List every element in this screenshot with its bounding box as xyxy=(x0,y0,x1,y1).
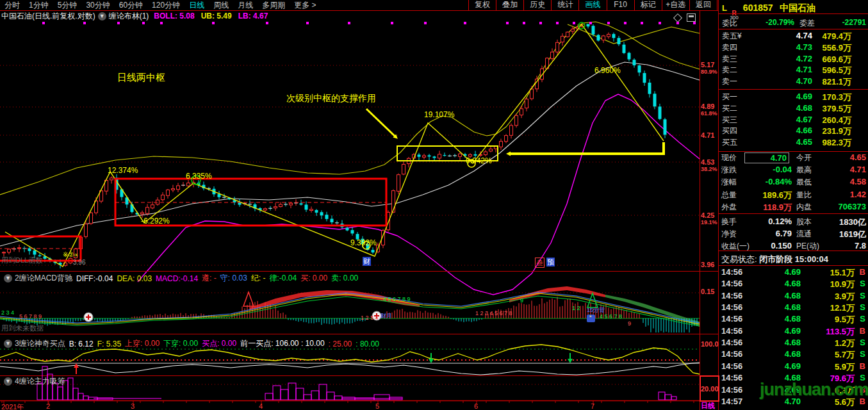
tick-volume: 113.5万 xyxy=(796,326,855,338)
down-candle xyxy=(38,256,42,256)
indicator-field: 前一买点: 106.00 : 10.00 xyxy=(240,338,324,349)
stock-name[interactable]: 中国石油 xyxy=(780,3,815,13)
ask-label: 卖二 xyxy=(722,65,737,76)
down-candle xyxy=(623,45,626,53)
detail-row: 涨幅-0.84%最低4.58 xyxy=(719,177,868,187)
bid-row[interactable]: 买二4.68379.5万 xyxy=(719,103,868,113)
down-candle xyxy=(300,203,303,204)
bid-label: 买三 xyxy=(722,115,737,126)
down-candle xyxy=(628,53,631,60)
axis-price-label: 4.53 xyxy=(701,158,714,166)
detail-label: 流通 xyxy=(796,229,812,240)
tick-side: B xyxy=(860,267,865,277)
tick-volume: 10.9万 xyxy=(796,279,855,290)
signal-dot xyxy=(523,22,525,24)
up-candle xyxy=(571,29,575,31)
up-candle xyxy=(8,249,11,252)
up-candle xyxy=(505,136,508,142)
detail-row: 净资6.79流通1619亿 xyxy=(719,229,868,239)
cup-marker xyxy=(587,315,595,322)
tick-volume: 3.9万 xyxy=(796,291,855,302)
ask-row[interactable]: 卖三4.72669.6万 xyxy=(719,54,868,64)
tick-row[interactable]: 14:564.6810.9万S xyxy=(719,279,868,289)
tick-time: 14:56 xyxy=(721,349,742,359)
bid-volume: 982.3万 xyxy=(794,137,851,149)
axis-price-label: 80.9% xyxy=(701,69,717,75)
bid-row[interactable]: 买四4.66231.9万 xyxy=(719,126,868,136)
up-candle xyxy=(279,204,283,206)
tick-row[interactable]: 14:564.683.9万S xyxy=(719,291,868,301)
down-candle xyxy=(346,228,349,231)
detail-value: 0.12% xyxy=(752,217,792,226)
axis-price-label: 61.8% xyxy=(701,110,717,117)
detail-label: 今开 xyxy=(796,152,812,163)
ask-volume: 596.5万 xyxy=(794,65,851,76)
tick-row[interactable]: 14:564.695.9万B xyxy=(719,361,868,372)
date-label: 4 xyxy=(259,402,263,410)
indicator-field: 买点: 0.00 xyxy=(202,338,236,349)
date-label: 3 xyxy=(131,402,135,410)
ask-row[interactable]: 卖五¥4.74479.4万 xyxy=(719,31,868,41)
accumulation-bar xyxy=(327,392,334,400)
signal-dot xyxy=(142,22,145,24)
date-label: 5 xyxy=(375,402,379,410)
tick-side: S xyxy=(860,349,865,359)
chevron-down-icon[interactable]: ▼ xyxy=(4,340,12,348)
tick-row[interactable]: 14:564.6915.1万B xyxy=(719,267,868,277)
axis-price-label: 19.1% xyxy=(701,219,717,226)
ask-row[interactable]: 卖一4.70821.1万 xyxy=(719,76,868,86)
tick-row[interactable]: 14:564.69113.5万B xyxy=(719,326,868,336)
up-candle xyxy=(561,37,564,42)
bid-row[interactable]: 买五4.65982.3万 xyxy=(719,137,868,147)
axis-price-label: 4.25 xyxy=(701,211,714,219)
tick-row[interactable]: 14:564.681.2万S xyxy=(719,338,868,348)
panel-separator xyxy=(719,29,868,29)
up-candle xyxy=(459,154,462,156)
tick-time: 14:56 xyxy=(721,302,742,312)
accumulation-bar xyxy=(281,390,288,400)
support-arrow-diagonal xyxy=(366,109,396,137)
down-candle xyxy=(418,154,421,156)
ask-label: 卖四 xyxy=(722,42,737,53)
up-candle xyxy=(146,208,149,214)
bid-volume: 170.3万 xyxy=(794,92,851,103)
bid-row[interactable]: 买三4.67260.4万 xyxy=(719,115,868,125)
sell-arrowhead xyxy=(568,359,573,363)
signal-dot xyxy=(573,22,575,24)
bid-volume: 260.4万 xyxy=(794,115,851,126)
ask-row[interactable]: 卖四4.73556.9万 xyxy=(719,42,868,53)
date-label: 6 xyxy=(474,402,478,410)
detail-value: 1619亿 xyxy=(819,229,866,240)
ask-volume: 669.6万 xyxy=(794,54,851,65)
detail-label: 现价 xyxy=(721,152,737,163)
bid-row[interactable]: 买一4.69170.3万 xyxy=(719,92,868,102)
indicator-field: 遵: - xyxy=(202,273,217,284)
trade-status-label: 交易状态: xyxy=(721,254,757,264)
active-panel-axis-box xyxy=(700,375,719,402)
accumulation-bar xyxy=(288,383,296,400)
up-candle xyxy=(607,35,610,37)
stock-code[interactable]: 601857 xyxy=(743,3,773,13)
down-candle xyxy=(428,155,431,156)
flag-l: L xyxy=(722,3,727,13)
detail-label: 外盘 xyxy=(721,202,737,213)
down-candle xyxy=(587,24,590,26)
detail-label: 净资 xyxy=(721,229,737,240)
signal-dot xyxy=(83,22,86,24)
chevron-down-icon[interactable]: ▼ xyxy=(4,377,12,386)
ask-label: 卖一 xyxy=(722,76,737,87)
tick-row[interactable]: 14:564.685.7万S xyxy=(719,349,868,359)
indicator-field: 卖: 0.00 xyxy=(331,273,358,284)
price-axis[interactable]: 5.1780.9%4.8961.8%4.714.5338.2%4.2519.1%… xyxy=(700,0,718,410)
up-candle xyxy=(500,142,503,147)
indicator-field: B: 6.12 xyxy=(69,340,94,348)
accumulation-bar xyxy=(78,393,83,400)
up-candle xyxy=(438,154,441,158)
ask-row[interactable]: 卖二4.71596.5万 xyxy=(719,65,868,75)
timeframe-axis-label[interactable]: 日线 xyxy=(701,401,715,410)
tick-row[interactable]: 14:564.689.5万S xyxy=(719,314,868,324)
chevron-down-icon[interactable]: ▼ xyxy=(4,274,12,283)
tick-side: B xyxy=(860,361,865,371)
date-axis[interactable]: 2021年234567 xyxy=(0,402,700,410)
tick-row[interactable]: 14:564.6812.1万S xyxy=(719,302,868,313)
